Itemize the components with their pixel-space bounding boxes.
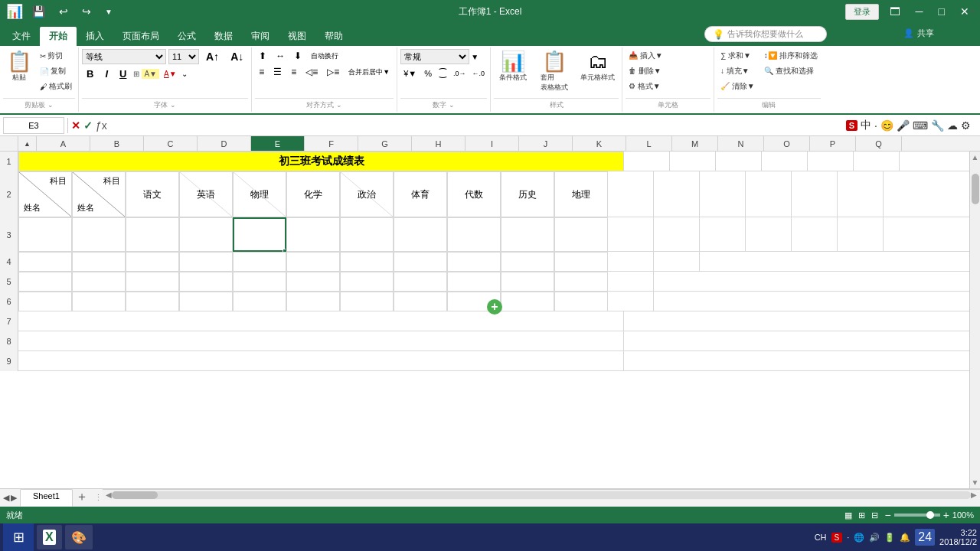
bold-button[interactable]: B bbox=[82, 67, 98, 81]
cell-L5[interactable] bbox=[608, 272, 654, 292]
cell-G5[interactable] bbox=[340, 272, 394, 292]
cell-D5[interactable] bbox=[179, 272, 233, 292]
hscroll-track[interactable] bbox=[112, 491, 971, 499]
format-button[interactable]: ⚙ 格式▼ bbox=[626, 80, 666, 93]
cell-P3[interactable] bbox=[792, 217, 838, 252]
cell-A2[interactable]: 科目 姓名 bbox=[18, 171, 72, 217]
col-header-K[interactable]: K bbox=[573, 136, 626, 151]
cell-B6[interactable] bbox=[72, 292, 126, 311]
cell-J4[interactable] bbox=[501, 252, 554, 272]
cell-styles-button[interactable]: 🗂 单元格样式 bbox=[577, 49, 619, 85]
col-header-C[interactable]: C bbox=[144, 136, 198, 151]
format-painter-button[interactable]: 🖌格式刷 bbox=[37, 80, 75, 93]
col-header-J[interactable]: J bbox=[519, 136, 573, 151]
taskbar-excel-item[interactable]: X bbox=[37, 525, 62, 549]
align-center-button[interactable]: ☰ bbox=[270, 65, 286, 79]
col-header-I[interactable]: I bbox=[466, 136, 519, 151]
decimal-decrease-button[interactable]: ←.0 bbox=[470, 68, 488, 79]
zoom-in-button[interactable]: + bbox=[943, 509, 949, 521]
cell-I3[interactable] bbox=[447, 217, 501, 252]
fill-button[interactable]: ↓ 填充▼ bbox=[717, 64, 758, 78]
copy-button[interactable]: 📄复制 bbox=[37, 64, 75, 78]
cell-H4[interactable] bbox=[394, 252, 447, 272]
cell-row7-empty[interactable] bbox=[18, 311, 624, 331]
indent-decrease-button[interactable]: ◁≡ bbox=[302, 65, 322, 79]
cell-D3[interactable] bbox=[179, 217, 233, 252]
page-layout-button[interactable]: ⊞ bbox=[858, 510, 865, 520]
cell-Q2[interactable] bbox=[838, 171, 884, 217]
tab-formula[interactable]: 公式 bbox=[168, 27, 205, 46]
share-button[interactable]: 👤 共享 bbox=[903, 28, 934, 39]
cell-G4[interactable] bbox=[340, 252, 394, 272]
add-sheet-button[interactable]: ＋ bbox=[73, 489, 91, 507]
undo-button[interactable]: ↩ bbox=[54, 4, 73, 19]
cell-L1[interactable] bbox=[624, 152, 670, 171]
cell-M2[interactable] bbox=[654, 171, 700, 217]
cell-K5[interactable] bbox=[554, 272, 608, 292]
cell-E3[interactable] bbox=[233, 217, 286, 252]
customize-button[interactable]: ▼ bbox=[100, 6, 117, 18]
scroll-right-button[interactable]: ▶ bbox=[971, 491, 977, 499]
font-expand-button[interactable]: ⌄ bbox=[181, 70, 188, 78]
cell-B5[interactable] bbox=[72, 272, 126, 292]
conditional-format-button[interactable]: 📊 条件格式 bbox=[494, 49, 532, 85]
number-format-select[interactable]: 常规 bbox=[400, 49, 469, 64]
cell-C5[interactable] bbox=[126, 272, 179, 292]
align-bottom-button[interactable]: ⬇ bbox=[290, 49, 305, 63]
zoom-slider[interactable] bbox=[894, 514, 940, 517]
cell-G6[interactable] bbox=[340, 292, 394, 311]
decimal-increase-button[interactable]: .0→ bbox=[451, 68, 469, 79]
cell-M3[interactable] bbox=[654, 217, 700, 252]
col-header-Q[interactable]: Q bbox=[856, 136, 902, 151]
font-family-select[interactable]: 等线 bbox=[82, 49, 166, 64]
cell-E4[interactable] bbox=[233, 252, 286, 272]
insert-button[interactable]: 📥 插入▼ bbox=[626, 49, 666, 63]
col-header-A[interactable]: A bbox=[37, 136, 90, 151]
taskbar-colorwheel-item[interactable]: 🎨 bbox=[65, 525, 93, 549]
cell-G2[interactable]: 政治 bbox=[340, 171, 394, 217]
login-button[interactable]: 登录 bbox=[845, 4, 879, 20]
confirm-formula-button[interactable]: ✓ bbox=[83, 119, 93, 132]
cell-L3[interactable] bbox=[608, 217, 654, 252]
cell-M1[interactable] bbox=[670, 152, 716, 171]
tab-insert[interactable]: 插入 bbox=[77, 27, 113, 46]
font-increase-button[interactable]: A↑ bbox=[201, 49, 224, 64]
cell-H6[interactable] bbox=[394, 292, 447, 311]
sort-filter-button[interactable]: ↕🔽 排序和筛选 bbox=[761, 49, 821, 63]
clear-button[interactable]: 🧹 清除▼ bbox=[717, 80, 758, 93]
scroll-down-button[interactable]: ▼ bbox=[970, 477, 980, 488]
normal-view-button[interactable]: ▦ bbox=[844, 510, 852, 520]
vscroll-thumb[interactable] bbox=[972, 174, 979, 204]
font-decrease-button[interactable]: A↓ bbox=[226, 49, 248, 64]
cell-K2[interactable]: 地理 bbox=[554, 171, 608, 217]
vertical-scrollbar[interactable]: ▲ ▼ bbox=[969, 152, 980, 488]
percent-button[interactable]: % bbox=[421, 67, 435, 80]
cloud-icon[interactable]: ☁ bbox=[947, 119, 958, 132]
col-header-L[interactable]: L bbox=[626, 136, 672, 151]
keyboard-icon[interactable]: ⌨ bbox=[913, 119, 928, 132]
next-sheet-button[interactable]: ▶ bbox=[11, 493, 17, 503]
cell-K4[interactable] bbox=[554, 252, 608, 272]
col-header-D[interactable]: D bbox=[198, 136, 251, 151]
cell-B3[interactable] bbox=[72, 217, 126, 252]
maximize-button[interactable]: □ bbox=[934, 4, 949, 19]
cell-J2[interactable]: 历史 bbox=[501, 171, 554, 217]
table-format-button[interactable]: 📋 套用表格格式 bbox=[535, 49, 573, 95]
cell-L4[interactable] bbox=[608, 252, 654, 272]
cell-C3[interactable] bbox=[126, 217, 179, 252]
emoji-icon[interactable]: 😊 bbox=[880, 119, 893, 132]
autosum-button[interactable]: ∑ 求和▼ bbox=[717, 49, 758, 63]
cell-B4[interactable] bbox=[72, 252, 126, 272]
cell-H3[interactable] bbox=[394, 217, 447, 252]
cell-C6[interactable] bbox=[126, 292, 179, 311]
prev-sheet-button[interactable]: ◀ bbox=[3, 493, 9, 503]
cell-K3[interactable] bbox=[554, 217, 608, 252]
cell-A4[interactable] bbox=[18, 252, 72, 272]
wrap-text-button[interactable]: 自动换行 bbox=[307, 50, 342, 63]
tab-view[interactable]: 视图 bbox=[279, 27, 315, 46]
cell-M4[interactable] bbox=[654, 252, 700, 272]
border-button[interactable]: ⊞ bbox=[133, 70, 139, 78]
scroll-up-button[interactable]: ▲ bbox=[970, 152, 980, 163]
cell-P1[interactable] bbox=[808, 152, 854, 171]
indent-increase-button[interactable]: ▷≡ bbox=[323, 65, 343, 79]
